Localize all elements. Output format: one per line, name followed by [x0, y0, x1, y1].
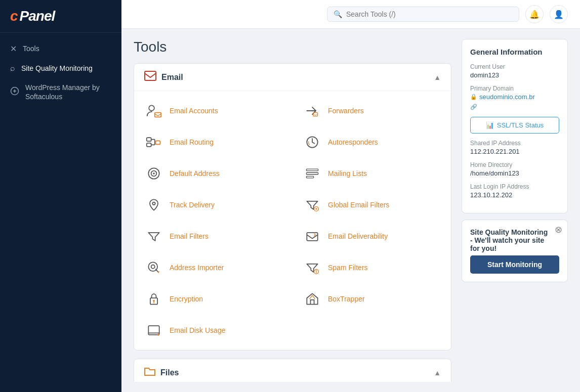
tool-email-routing[interactable]: Email Routing — [134, 126, 293, 158]
bell-icon: 🔔 — [529, 10, 540, 19]
tool-encryption[interactable]: Encryption — [134, 283, 293, 315]
cpanel-logo[interactable]: cPanel — [10, 8, 111, 24]
ssl-status-btn[interactable]: 📊 SSL/TLS Status — [470, 117, 559, 134]
search-bar[interactable]: 🔍 — [327, 7, 519, 22]
svg-rect-6 — [147, 143, 151, 147]
forwarders-label: Forwarders — [328, 107, 364, 115]
shared-ip-row: Shared IP Address 112.210.221.201 — [470, 140, 559, 155]
address-importer-label: Address Importer — [170, 264, 224, 272]
tool-boxtrapper[interactable]: BoxTrapper — [293, 283, 451, 315]
tool-address-importer[interactable]: Address Importer — [134, 252, 293, 283]
files-section-header: Files ▲ — [134, 359, 451, 382]
general-info-card: General Information Current User domin12… — [462, 39, 568, 213]
right-panel: General Information Current User domin12… — [462, 39, 568, 382]
sidebar-wordpress-label: WordPress Manager by Softaculous — [25, 83, 111, 101]
files-header-left: Files — [144, 366, 179, 379]
search-input[interactable] — [346, 10, 513, 18]
files-section: Files ▲ — [134, 359, 451, 382]
external-link-icon[interactable]: 🔗 — [470, 104, 477, 110]
email-icon — [144, 71, 156, 83]
site-quality-icon: ⌕ — [10, 64, 15, 73]
email-disk-usage-label: Email Disk Usage — [170, 326, 225, 334]
svg-rect-12 — [306, 169, 318, 171]
tool-email-deliverability[interactable]: Email Deliverability — [293, 221, 451, 252]
sidebar-site-quality-label: Site Quality Monitoring — [21, 64, 93, 73]
svg-point-19 — [151, 265, 155, 269]
svg-point-11 — [153, 172, 155, 175]
email-section-header: Email ▲ — [134, 64, 451, 91]
primary-domain-link[interactable]: 🔒 seudominio.com.br — [470, 93, 559, 101]
page-title: Tools — [134, 39, 451, 55]
email-deliverability-label: Email Deliverability — [328, 232, 388, 240]
last-login-row: Last Login IP Address 123.10.12.202 — [470, 183, 559, 199]
email-tools-grid: Email Accounts Forwarders — [134, 91, 451, 350]
email-routing-label: Email Routing — [170, 138, 214, 146]
primary-domain-value: seudominio.com.br — [479, 93, 535, 101]
start-monitoring-btn[interactable]: Start Monitoring — [470, 255, 559, 274]
sidebar-item-site-quality[interactable]: ⌕ Site Quality Monitoring — [0, 59, 121, 78]
primary-domain-label: Primary Domain — [470, 85, 559, 92]
svg-rect-17 — [307, 233, 317, 241]
spam-filters-label: Spam Filters — [328, 264, 368, 272]
current-user-row: Current User domin123 — [470, 63, 559, 79]
tool-autoresponders[interactable]: Autoresponders — [293, 126, 451, 158]
svg-rect-14 — [306, 176, 313, 178]
home-dir-value: /home/domin123 — [470, 169, 559, 177]
search-icon: 🔍 — [334, 10, 342, 18]
popup-title: Site Quality Monitoring - We'll watch yo… — [470, 228, 559, 252]
main: 🔍 🔔 👤 Tools — [121, 0, 580, 392]
tool-email-filters[interactable]: Email Filters — [134, 221, 293, 252]
default-address-label: Default Address — [170, 169, 220, 178]
autoresponders-icon — [303, 133, 322, 152]
mailing-lists-icon — [303, 164, 322, 183]
spam-filters-icon — [303, 258, 322, 277]
svg-rect-5 — [147, 138, 151, 141]
email-deliverability-icon — [303, 227, 322, 246]
files-collapse-btn[interactable]: ▲ — [434, 369, 441, 377]
general-info-title: General Information — [470, 48, 559, 56]
email-collapse-btn[interactable]: ▲ — [434, 73, 441, 81]
logo: cPanel — [0, 0, 121, 33]
user-menu-btn[interactable]: 👤 — [550, 5, 568, 23]
global-email-filters-label: Global Email Filters — [328, 201, 389, 209]
current-user-value: domin123 — [470, 71, 559, 79]
wordpress-icon — [10, 86, 19, 98]
sidebar: cPanel ✕ Tools ⌕ Site Quality Monitoring… — [0, 0, 121, 392]
svg-rect-7 — [156, 141, 160, 144]
tool-global-email-filters[interactable]: Global Email Filters — [293, 189, 451, 221]
sidebar-item-wordpress[interactable]: WordPress Manager by Softaculous — [0, 78, 121, 106]
encryption-icon — [144, 289, 163, 309]
svg-rect-1 — [145, 71, 156, 80]
tool-default-address[interactable]: Default Address — [134, 158, 293, 189]
primary-domain-row: Primary Domain 🔒 seudominio.com.br 🔗 — [470, 85, 559, 111]
boxtrapper-label: BoxTrapper — [328, 295, 365, 303]
sidebar-nav: ✕ Tools ⌕ Site Quality Monitoring WordPr… — [0, 33, 121, 113]
email-accounts-label: Email Accounts — [170, 107, 218, 115]
email-routing-icon — [144, 133, 163, 152]
encryption-label: Encryption — [170, 295, 203, 303]
tool-mailing-lists[interactable]: Mailing Lists — [293, 158, 451, 189]
tool-email-accounts[interactable]: Email Accounts — [134, 95, 293, 126]
autoresponders-label: Autoresponders — [328, 138, 378, 146]
lock-icon: 🔒 — [470, 94, 477, 100]
svg-point-15 — [152, 202, 155, 205]
ssl-btn-row: 📊 SSL/TLS Status — [470, 117, 559, 134]
boxtrapper-icon — [303, 289, 322, 309]
email-filters-label: Email Filters — [170, 232, 209, 240]
popup-close-btn[interactable]: ⊗ — [555, 225, 562, 234]
svg-point-24 — [157, 334, 159, 336]
global-email-filters-icon — [303, 195, 322, 214]
tool-spam-filters[interactable]: Spam Filters — [293, 252, 451, 283]
notifications-btn[interactable]: 🔔 — [525, 5, 544, 23]
address-importer-icon — [144, 258, 163, 277]
tool-forwarders[interactable]: Forwarders — [293, 95, 451, 126]
default-address-icon — [144, 164, 163, 183]
tool-email-disk-usage[interactable]: Email Disk Usage — [134, 315, 293, 346]
svg-point-2 — [149, 105, 154, 111]
email-disk-usage-icon — [144, 321, 163, 340]
sidebar-item-tools[interactable]: ✕ Tools — [0, 39, 121, 59]
tool-track-delivery[interactable]: Track Delivery — [134, 189, 293, 221]
last-login-label: Last Login IP Address — [470, 183, 559, 190]
track-delivery-icon — [144, 195, 163, 214]
shared-ip-value: 112.210.221.201 — [470, 148, 559, 155]
